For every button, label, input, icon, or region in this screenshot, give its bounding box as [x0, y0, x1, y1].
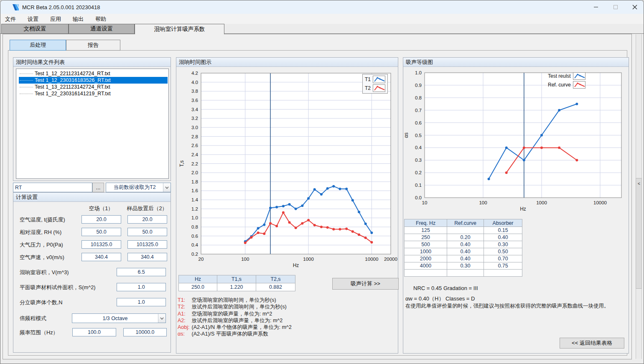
svg-text:0.0: 0.0 [415, 195, 422, 200]
legend-notes: T1: 空场混响室的混响时间，单位为秒(s)T2: 放试件后混响室的混响时间，单… [178, 297, 292, 338]
tab-bar: 文档设置通道设置混响室计算吸声系数 [0, 24, 644, 34]
param-input-2-v1[interactable] [81, 240, 121, 249]
param-input-1-v2[interactable] [127, 228, 167, 236]
bottom-strip [0, 359, 644, 364]
table-row: 5000.400.30 [405, 241, 522, 248]
rt-table-header-hz: Hz [179, 275, 217, 283]
note-text: 空场混响室的混响时间，单位为秒(s) [190, 297, 276, 303]
browse-button[interactable]: ... [92, 183, 104, 192]
tab-1[interactable]: 通道设置 [69, 24, 135, 34]
menu-item-2[interactable]: 应用 [47, 14, 64, 24]
svg-text:10: 10 [422, 200, 428, 205]
note-text: 空场混响室的吸声量，单位为: m^2 [190, 311, 272, 317]
collapse-left-icon[interactable]: < [636, 181, 641, 187]
tree-connector [20, 74, 33, 74]
title-bar: MCR Beta 2.05.0.001 20230418 [0, 0, 644, 14]
svg-text:0.4: 0.4 [191, 242, 199, 247]
single-param-input-0[interactable] [117, 268, 166, 276]
note-label: A2: [178, 317, 190, 324]
back-to-results-button[interactable]: << 返回结果表格 [560, 338, 624, 349]
table-row: 10000.400.50 [405, 248, 522, 255]
splitter-thumb[interactable] [636, 178, 642, 289]
freq-range-high-input[interactable] [123, 328, 167, 336]
app-window: MCR Beta 2.05.0.001 20230418 文件设置应用输出帮助 … [0, 0, 644, 364]
note-text: (A2-A1)/N 单个物体的吸声量，单位为: m^2 [190, 324, 292, 330]
param-input-0-v1[interactable] [81, 215, 121, 224]
svg-text:T,s: T,s [179, 160, 185, 167]
param-input-3-v2[interactable] [127, 253, 167, 261]
svg-text:0.5: 0.5 [415, 133, 422, 138]
octave-mode-label: 倍频程模式 [20, 315, 46, 322]
svg-text:0.4: 0.4 [415, 145, 422, 150]
tab-2[interactable]: 混响室计算吸声系数 [135, 24, 224, 34]
svg-text:0.8: 0.8 [415, 95, 422, 100]
legend-row: Ref. curve [548, 81, 585, 89]
single-param-input-1[interactable] [117, 283, 166, 291]
svg-text:100: 100 [479, 200, 487, 205]
menu-item-1[interactable]: 设置 [25, 14, 41, 24]
svg-text:1.8: 1.8 [191, 179, 198, 184]
table-cell: 0.40 [484, 234, 522, 241]
legend-label: T1 [365, 76, 371, 82]
svg-text:2.4: 2.4 [191, 152, 199, 157]
note-line-4: Aobj: (A2-A1)/N 单个物体的吸声量，单位为: m^2 [178, 324, 292, 331]
minimize-button[interactable] [586, 0, 606, 14]
close-icon [632, 5, 637, 10]
calc-settings-title: 计算设置 [13, 193, 171, 202]
octave-mode-combo[interactable]: 1/3 Octave [72, 313, 166, 323]
svg-text:0.6: 0.6 [415, 120, 422, 125]
note-text: 放试件后混响室的吸声量，单位为: m^2 [190, 318, 283, 323]
chart1-svg: 0.20.40.60.81.01.21.41.61.82.02.22.42.62… [177, 67, 398, 273]
svg-text:1.6: 1.6 [191, 188, 198, 193]
table-cell: 0.75 [484, 262, 522, 270]
list-item-file-3[interactable]: Test 1_22_230316141219_RT.txt [19, 90, 168, 97]
svg-text:4.0: 4.0 [191, 80, 198, 85]
svg-text:10000: 10000 [365, 257, 378, 262]
svg-text:4.2: 4.2 [191, 71, 198, 76]
menu-item-0[interactable]: 文件 [2, 14, 19, 24]
column-header-with-sample: 样品放置后（2） [120, 205, 174, 212]
single-param-input-2[interactable] [117, 298, 166, 306]
svg-text:0.2: 0.2 [415, 170, 422, 175]
file-list-panel: 混时间结果文件列表 Test 1_12_221123142724_RT.txtT… [13, 57, 171, 181]
maximize-button[interactable] [606, 0, 625, 14]
table-cell [447, 270, 484, 277]
freq-range-low-input[interactable] [72, 328, 116, 336]
tab-0[interactable]: 文档设置 [1, 24, 69, 34]
subtab-0[interactable]: 后处理 [10, 40, 66, 51]
menu-item-3[interactable]: 输出 [70, 14, 87, 24]
data-target-combo[interactable]: 当前数据读取为T2 [106, 183, 171, 192]
table-row [405, 270, 522, 277]
menu-item-4[interactable]: 帮助 [92, 14, 109, 24]
file-name: Test 1_12_230316183526_RT.txt [35, 77, 111, 83]
rt-file-list[interactable]: Test 1_12_221123142724_RT.txtTest 1_12_2… [16, 69, 169, 179]
data-target-combo-value: 当前数据读取为T2 [106, 184, 163, 191]
chart-legend: T1T2 [362, 74, 388, 94]
svg-text:3.2: 3.2 [191, 116, 198, 121]
param-input-0-v2[interactable] [127, 215, 167, 224]
file-list-panel-title: 混时间结果文件列表 [13, 58, 171, 67]
legend-curve-icon [373, 76, 385, 83]
subtab-1[interactable]: 报告 [66, 40, 120, 51]
note-label: T2: [178, 303, 190, 310]
column-header-empty-room: 空场（1） [76, 205, 126, 212]
param-input-2-v2[interactable] [127, 240, 167, 249]
param-input-3-v1[interactable] [81, 253, 121, 261]
file-name: Test 1_12_221123142724_RT.txt [35, 71, 110, 76]
absorption-calc-button[interactable]: 吸声计算 >> [332, 278, 399, 290]
freq-range-label: 频率范围（Hz） [20, 329, 58, 336]
legend-label: Test reulst [548, 73, 571, 79]
legend-curve-icon [573, 81, 585, 89]
svg-text:3.6: 3.6 [191, 98, 198, 103]
list-item-file-2[interactable]: Test 1_13_221123142724_RT.txt [19, 84, 168, 90]
rt-name-input[interactable] [13, 183, 92, 192]
absorption-table-header-2: Absorber [484, 219, 522, 227]
list-item-file-0[interactable]: Test 1_12_221123142724_RT.txt [19, 70, 168, 77]
svg-text:20: 20 [199, 257, 204, 262]
table-cell [405, 270, 447, 277]
table-cell: 0.40 [447, 241, 484, 248]
close-button[interactable] [625, 0, 644, 14]
param-input-1-v1[interactable] [81, 228, 121, 236]
list-item-file-1[interactable]: Test 1_12_230316183526_RT.txt [19, 77, 168, 84]
legend-curve-icon [573, 72, 585, 80]
